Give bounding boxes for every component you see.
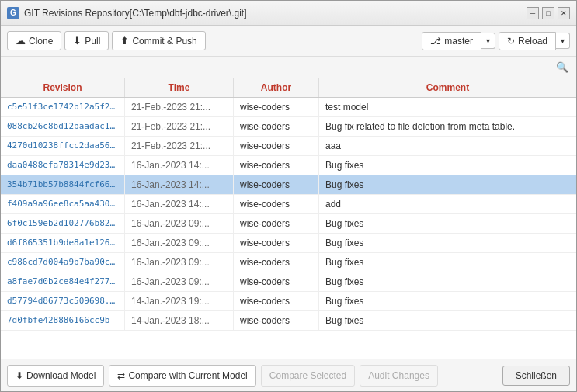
compare-current-button[interactable]: ⇄ Compare with Current Model <box>109 365 255 387</box>
app-icon: G <box>7 7 19 19</box>
comment-cell: Bug fixes <box>319 234 576 252</box>
comment-cell: test model <box>319 98 576 116</box>
branch-dropdown-button[interactable]: ▾ <box>481 33 495 49</box>
time-cell: 21-Feb.-2023 21:... <box>125 98 234 116</box>
search-button[interactable]: 🔍 <box>554 60 570 75</box>
comment-cell: Bug fix related to file deletion from me… <box>319 117 576 136</box>
pull-icon: ⬇ <box>73 35 82 47</box>
time-cell: 14-Jan.-2023 18:... <box>125 311 234 330</box>
revision-cell: d6f865351b9de8a1e126... <box>1 234 125 252</box>
author-cell: wise-coders <box>234 175 319 194</box>
title-bar-left: G GIT Revisions Repository[C:\Temp\dbf-j… <box>7 7 247 19</box>
close-main-label: Schließen <box>516 370 557 381</box>
time-cell: 16-Jan.-2023 09:... <box>125 214 234 233</box>
table-row[interactable]: a8fae7d0b2ce84e4f277...16-Jan.-2023 09:.… <box>1 272 576 292</box>
author-cell: wise-coders <box>234 253 319 272</box>
revision-cell: 4270d10238ffcc2daa560... <box>1 137 125 155</box>
author-cell: wise-coders <box>234 292 319 310</box>
download-model-label: Download Model <box>26 370 96 381</box>
revision-cell: a8fae7d0b2ce84e4f277... <box>1 272 125 291</box>
commit-push-button[interactable]: ⬆ Commit & Push <box>112 31 205 50</box>
time-cell: 16-Jan.-2023 14:... <box>125 195 234 213</box>
column-time: Time <box>125 78 234 97</box>
revision-cell: f409a9a96ee8ca5aa430... <box>1 195 125 213</box>
maximize-button[interactable]: □ <box>542 7 554 19</box>
pull-button[interactable]: ⬇ Pull <box>64 31 109 50</box>
bottom-bar: ⬇ Download Model ⇄ Compare with Current … <box>1 359 576 391</box>
chevron-down-icon: ▾ <box>486 36 490 45</box>
reload-label: Reload <box>518 36 547 47</box>
reload-chevron-icon: ▾ <box>561 36 565 45</box>
main-window: G GIT Revisions Repository[C:\Temp\dbf-j… <box>0 0 577 392</box>
table-container: Revision Time Author Comment c5e51f3ce17… <box>1 78 576 359</box>
revision-cell: 354b71bb57b8844fcf66... <box>1 175 125 194</box>
revision-cell: c986cd7d004a9b7ba90c... <box>1 253 125 272</box>
comment-cell: Bug fixes <box>319 156 576 175</box>
time-cell: 16-Jan.-2023 14:... <box>125 175 234 194</box>
title-bar: G GIT Revisions Repository[C:\Temp\dbf-j… <box>1 1 576 26</box>
reload-icon: ↻ <box>507 36 515 47</box>
comment-cell: Bug fixes <box>319 272 576 291</box>
comment-cell: Bug fixes <box>319 292 576 310</box>
table-body: c5e51f3ce1742b12a5f28...21-Feb.-2023 21:… <box>1 98 576 359</box>
compare-selected-label: Compare Selected <box>269 370 346 381</box>
table-row[interactable]: f409a9a96ee8ca5aa430...16-Jan.-2023 14:.… <box>1 195 576 214</box>
revision-cell: 6f0c159eb2d102776b82... <box>1 214 125 233</box>
comment-cell: add <box>319 195 576 213</box>
column-author: Author <box>234 78 319 97</box>
download-icon: ⬇ <box>16 370 23 381</box>
audit-changes-button[interactable]: Audit Changes <box>360 365 438 387</box>
comment-cell: Bug fixes <box>319 214 576 233</box>
close-main-button[interactable]: Schließen <box>502 366 570 386</box>
audit-changes-label: Audit Changes <box>368 370 429 381</box>
reload-dropdown-button[interactable]: ▾ <box>556 33 570 49</box>
minimize-button[interactable]: ─ <box>527 7 539 19</box>
branch-control: ⎇ master ▾ ↻ Reload ▾ <box>422 32 570 50</box>
author-cell: wise-coders <box>234 156 319 175</box>
close-button[interactable]: ✕ <box>558 7 570 19</box>
author-cell: wise-coders <box>234 137 319 155</box>
author-cell: wise-coders <box>234 272 319 291</box>
table-row[interactable]: d6f865351b9de8a1e126...16-Jan.-2023 09:.… <box>1 234 576 253</box>
table-row[interactable]: c5e51f3ce1742b12a5f28...21-Feb.-2023 21:… <box>1 98 576 117</box>
time-cell: 21-Feb.-2023 21:... <box>125 137 234 155</box>
branch-button[interactable]: ⎇ master <box>422 32 481 50</box>
time-cell: 21-Feb.-2023 21:... <box>125 117 234 136</box>
time-cell: 16-Jan.-2023 14:... <box>125 156 234 175</box>
search-bar: 🔍 <box>1 57 576 78</box>
branch-label: master <box>444 36 473 47</box>
table-row[interactable]: 6f0c159eb2d102776b82...16-Jan.-2023 09:.… <box>1 214 576 234</box>
table-row[interactable]: 4270d10238ffcc2daa560...21-Feb.-2023 21:… <box>1 137 576 156</box>
compare-selected-button[interactable]: Compare Selected <box>261 365 355 387</box>
table-header: Revision Time Author Comment <box>1 78 576 98</box>
download-model-button[interactable]: ⬇ Download Model <box>7 365 104 387</box>
table-row[interactable]: d57794d86773c509698...14-Jan.-2023 19:..… <box>1 292 576 311</box>
table-row[interactable]: 088cb26c8bd12baadac1...21-Feb.-2023 21:.… <box>1 117 576 137</box>
commit-push-icon: ⬆ <box>120 35 129 47</box>
compare-current-label: Compare with Current Model <box>128 370 247 381</box>
time-cell: 16-Jan.-2023 09:... <box>125 234 234 252</box>
table-row[interactable]: 354b71bb57b8844fcf66...16-Jan.-2023 14:.… <box>1 175 576 195</box>
column-comment: Comment <box>319 78 576 97</box>
toolbar: ☁ Clone ⬇ Pull ⬆ Commit & Push ⎇ master … <box>1 26 576 57</box>
time-cell: 16-Jan.-2023 09:... <box>125 272 234 291</box>
search-icon: 🔍 <box>556 61 568 73</box>
close-area: Schließen <box>502 366 570 386</box>
table-row[interactable]: c986cd7d004a9b7ba90c...16-Jan.-2023 09:.… <box>1 253 576 272</box>
comment-cell: Bug fixes <box>319 253 576 272</box>
author-cell: wise-coders <box>234 98 319 116</box>
table-row[interactable]: 7d0fbfe428886166cc9b14-Jan.-2023 18:...w… <box>1 311 576 331</box>
clone-label: Clone <box>29 36 53 47</box>
revision-cell: d57794d86773c509698... <box>1 292 125 310</box>
comment-cell: Bug fixes <box>319 175 576 194</box>
clone-icon: ☁ <box>16 35 26 47</box>
reload-button[interactable]: ↻ Reload <box>499 32 556 50</box>
author-cell: wise-coders <box>234 234 319 252</box>
window-title: GIT Revisions Repository[C:\Temp\dbf-jdb… <box>24 8 247 19</box>
commit-push-label: Commit & Push <box>132 36 196 47</box>
clone-button[interactable]: ☁ Clone <box>7 31 61 50</box>
table-row[interactable]: daa0488efa78314e9d23...16-Jan.-2023 14:.… <box>1 156 576 175</box>
time-cell: 14-Jan.-2023 19:... <box>125 292 234 310</box>
revision-cell: daa0488efa78314e9d23... <box>1 156 125 175</box>
revision-cell: 088cb26c8bd12baadac1... <box>1 117 125 136</box>
